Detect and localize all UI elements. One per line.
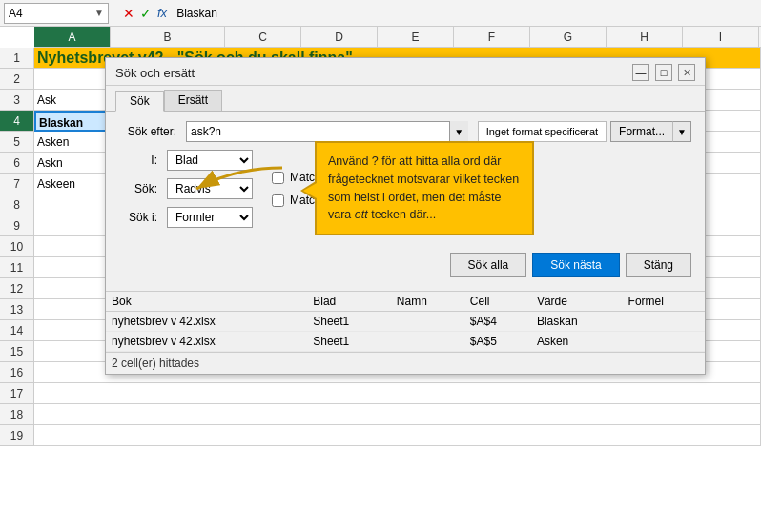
search-dir-dropdown-wrapper: Radvis — [167, 178, 253, 199]
search-label: Sök efter: — [119, 125, 176, 138]
dialog-title: Sök och ersätt — [115, 66, 195, 80]
cell-a2[interactable] — [34, 69, 111, 90]
options-left: I: Blad Sök: Radvis — [119, 150, 253, 232]
row-header-18[interactable]: 18 — [0, 404, 33, 425]
cell-a4[interactable]: Blaskan — [34, 111, 111, 132]
col-header-e[interactable]: E — [378, 27, 454, 47]
result-row-2[interactable]: nyhetsbrev v 42.xlsx Sheet1 $A$5 Asken — [106, 332, 705, 352]
row-header-10[interactable]: 10 — [0, 236, 33, 257]
table-row — [34, 383, 761, 404]
row-header-15[interactable]: 15 — [0, 341, 33, 362]
callout-text: Använd ? för att hitta alla ord där fråg… — [328, 154, 519, 221]
callout-italic: ett — [355, 208, 368, 221]
row-header-5[interactable]: 5 — [0, 132, 33, 153]
cell-row19[interactable] — [34, 425, 761, 446]
col-header-g[interactable]: G — [530, 27, 607, 47]
table-row — [34, 404, 761, 425]
col-varde: Värde — [531, 292, 623, 312]
match-cell-checkbox[interactable] — [272, 194, 284, 207]
results-status: 2 cell(er) hittades — [106, 352, 705, 374]
close-button[interactable]: Stäng — [626, 253, 691, 277]
find-all-button[interactable]: Sök alla — [450, 253, 527, 277]
dialog-tabs: Sök Ersätt — [106, 86, 705, 112]
cancel-icon[interactable]: ✕ — [123, 6, 134, 21]
format-btn-main[interactable]: Format... — [610, 121, 672, 142]
col-header-c[interactable]: C — [225, 27, 301, 47]
formula-bar: A4 ▼ ✕ ✓ fx Blaskan — [0, 0, 761, 27]
row-header-4[interactable]: 4 — [0, 111, 33, 132]
results-table: Bok Blad Namn Cell Värde Formel nyhetsbr… — [106, 292, 705, 352]
in-row: I: Blad — [119, 150, 253, 171]
col-header-f[interactable]: F — [454, 27, 530, 47]
cell-row18[interactable] — [34, 404, 761, 425]
result-varde-2: Asken — [531, 332, 623, 352]
result-bok-1: nyhetsbrev v 42.xlsx — [106, 312, 307, 332]
search-row: Sök efter: ▼ Inget format specificerat F… — [119, 121, 691, 142]
row-header-6[interactable]: 6 — [0, 153, 33, 174]
row-header-17[interactable]: 17 — [0, 383, 33, 404]
search-dir-row: Sök: Radvis — [119, 178, 253, 199]
format-preview: Inget format specificerat — [478, 121, 607, 142]
col-header-d[interactable]: D — [301, 27, 378, 47]
formula-bar-icons: ✕ ✓ fx — [117, 6, 176, 21]
in-label: I: — [119, 153, 157, 167]
cell-reference-box[interactable]: A4 ▼ — [4, 3, 109, 24]
column-headers: A B C D E F G H I — [34, 27, 761, 48]
cell-a6[interactable]: Askn — [34, 153, 111, 174]
row-header-12[interactable]: 12 — [0, 278, 33, 299]
result-namn-2 — [391, 332, 464, 352]
col-header-a[interactable]: A — [34, 27, 111, 47]
row-header-2[interactable]: 2 — [0, 69, 33, 90]
find-next-button[interactable]: Sök nästa — [532, 253, 619, 277]
result-cell-2: $A$5 — [464, 332, 531, 352]
cell-a3[interactable]: Ask — [34, 90, 111, 111]
cell-ref-value: A4 — [9, 7, 23, 20]
dialog-minimize-icon[interactable]: — — [632, 64, 649, 81]
in-dropdown[interactable]: Blad — [167, 150, 253, 171]
confirm-icon[interactable]: ✓ — [140, 6, 152, 21]
search-dropdown-btn[interactable]: ▼ — [449, 121, 468, 142]
row-headers: 1 2 3 4 5 6 7 8 9 10 11 12 13 14 15 16 1… — [0, 48, 34, 446]
in-dropdown-wrapper: Blad — [167, 150, 253, 171]
row-header-9[interactable]: 9 — [0, 215, 33, 236]
row-header-3[interactable]: 3 — [0, 90, 33, 111]
col-namn: Namn — [391, 292, 464, 312]
result-row-1[interactable]: nyhetsbrev v 42.xlsx Sheet1 $A$4 Blaskan — [106, 312, 705, 332]
format-area: Inget format specificerat Format... ▼ — [478, 121, 691, 142]
table-row — [34, 425, 761, 446]
cell-a7[interactable]: Askeen — [34, 174, 111, 194]
row-header-14[interactable]: 14 — [0, 320, 33, 341]
row-header-8[interactable]: 8 — [0, 194, 33, 215]
col-cell: Cell — [464, 292, 531, 312]
search-dir-dropdown[interactable]: Radvis — [167, 178, 253, 199]
dialog-close-icon[interactable]: ✕ — [678, 64, 695, 81]
dialog-maximize-icon[interactable]: □ — [655, 64, 672, 81]
format-btn-dropdown[interactable]: ▼ — [672, 121, 691, 142]
search-in-row: Sök i: Formler — [119, 207, 253, 228]
results-header-row: Bok Blad Namn Cell Värde Formel — [106, 292, 705, 312]
result-formel-1 — [623, 312, 705, 332]
row-header-11[interactable]: 11 — [0, 257, 33, 278]
dialog-controls: — □ ✕ — [632, 64, 695, 81]
search-in-dropdown[interactable]: Formler — [167, 207, 253, 228]
result-bok-2: nyhetsbrev v 42.xlsx — [106, 332, 307, 352]
cell-a5[interactable]: Asken — [34, 132, 111, 153]
match-case-checkbox[interactable] — [272, 172, 284, 184]
result-blad-2: Sheet1 — [307, 332, 391, 352]
cell-row17[interactable] — [34, 383, 761, 404]
row-header-19[interactable]: 19 — [0, 425, 33, 446]
search-input[interactable] — [186, 121, 468, 142]
row-header-13[interactable]: 13 — [0, 299, 33, 320]
row-header-16[interactable]: 16 — [0, 362, 33, 383]
result-blad-1: Sheet1 — [307, 312, 391, 332]
tab-search[interactable]: Sök — [115, 91, 164, 112]
row-header-1[interactable]: 1 — [0, 48, 33, 69]
tab-replace[interactable]: Ersätt — [164, 90, 222, 111]
col-header-h[interactable]: H — [607, 27, 683, 47]
col-bok: Bok — [106, 292, 307, 312]
callout-arrow — [303, 183, 317, 198]
row-header-7[interactable]: 7 — [0, 174, 33, 194]
col-header-i[interactable]: I — [683, 27, 759, 47]
search-in-dropdown-wrapper: Formler — [167, 207, 253, 228]
col-header-b[interactable]: B — [111, 27, 225, 47]
